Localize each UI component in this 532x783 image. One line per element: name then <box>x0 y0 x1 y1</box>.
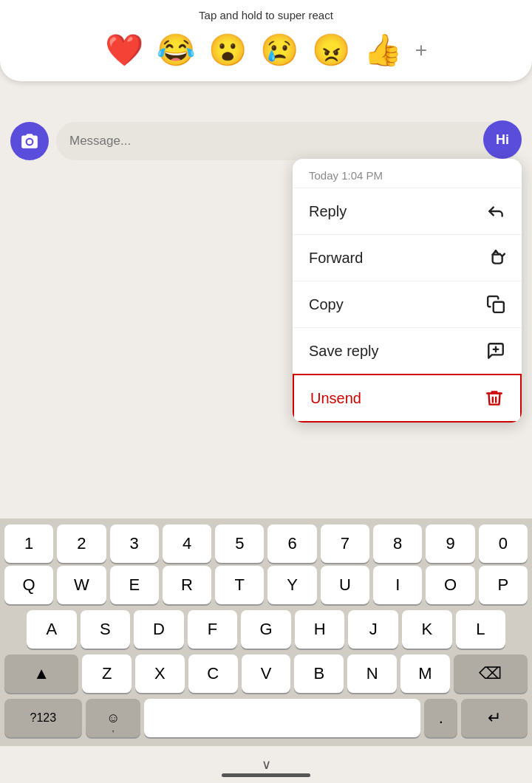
context-menu: Today 1:04 PM Reply Forward Copy Save re… <box>293 159 522 423</box>
shift-key[interactable]: ▲ <box>4 654 78 693</box>
key-e[interactable]: E <box>110 566 159 604</box>
number-row: 1 2 3 4 5 6 7 8 9 0 <box>0 519 532 566</box>
key-u[interactable]: U <box>321 566 369 604</box>
period-key[interactable]: . <box>424 699 457 737</box>
key-i[interactable]: I <box>373 566 422 604</box>
bottom-bar: ∨ <box>0 746 532 783</box>
key-y[interactable]: Y <box>267 566 316 604</box>
unsend-label: Unsend <box>310 390 361 407</box>
enter-key[interactable]: ↵ <box>461 699 528 737</box>
numbers-key[interactable]: ?123 <box>4 699 82 737</box>
emoji-heart[interactable]: ❤️ <box>105 32 143 68</box>
key-o[interactable]: O <box>426 566 474 604</box>
key-z[interactable]: Z <box>82 654 132 693</box>
camera-icon <box>20 131 39 151</box>
forward-icon <box>486 248 505 267</box>
key-2[interactable]: 2 <box>57 524 106 563</box>
key-8[interactable]: 8 <box>373 524 422 563</box>
context-menu-forward[interactable]: Forward <box>293 234 522 281</box>
key-0[interactable]: 0 <box>479 524 528 563</box>
emoji-row: ❤️ 😂 😮 😢 😠 👍 + <box>105 32 427 68</box>
space-key[interactable] <box>144 699 420 737</box>
q-row: Q W E R T Y U I O P <box>4 566 528 604</box>
context-timestamp: Today 1:04 PM <box>293 159 522 188</box>
copy-label: Copy <box>309 296 344 313</box>
emoji-key[interactable]: ☺ , <box>86 699 141 737</box>
context-menu-reply[interactable]: Reply <box>293 188 522 234</box>
key-5[interactable]: 5 <box>215 524 264 563</box>
key-f[interactable]: F <box>188 610 238 649</box>
backspace-key[interactable]: ⌫ <box>454 654 528 693</box>
key-n[interactable]: N <box>347 654 397 693</box>
more-reactions-button[interactable]: + <box>415 38 427 62</box>
reply-icon <box>486 202 505 221</box>
key-1[interactable]: 1 <box>4 524 53 563</box>
emoji-laugh[interactable]: 😂 <box>157 32 195 68</box>
key-4[interactable]: 4 <box>163 524 211 563</box>
home-indicator <box>222 773 310 777</box>
bottom-row: ?123 ☺ , . ↵ <box>0 693 532 746</box>
emoji-thumbsup[interactable]: 👍 <box>364 32 402 68</box>
key-k[interactable]: K <box>402 610 452 649</box>
a-row: A S D F G H J K L <box>4 610 528 649</box>
context-menu-copy[interactable]: Copy <box>293 281 522 327</box>
copy-icon <box>486 295 505 314</box>
key-c[interactable]: C <box>188 654 238 693</box>
z-row: ▲ Z X C V B N M ⌫ <box>4 654 528 693</box>
key-l[interactable]: L <box>456 610 506 649</box>
reply-label: Reply <box>309 203 347 220</box>
key-h[interactable]: H <box>295 610 345 649</box>
camera-button[interactable] <box>10 122 49 160</box>
emoji-surprised[interactable]: 😮 <box>208 32 247 68</box>
hi-label: Hi <box>496 132 509 148</box>
key-3[interactable]: 3 <box>110 524 159 563</box>
key-s[interactable]: S <box>81 610 131 649</box>
svg-rect-3 <box>494 302 504 312</box>
key-b[interactable]: B <box>294 654 344 693</box>
svg-point-0 <box>27 140 33 145</box>
key-q[interactable]: Q <box>4 566 53 604</box>
emoji-cry[interactable]: 😢 <box>260 32 299 68</box>
key-6[interactable]: 6 <box>267 524 316 563</box>
key-j[interactable]: J <box>348 610 398 649</box>
key-7[interactable]: 7 <box>321 524 369 563</box>
key-w[interactable]: W <box>57 566 106 604</box>
chevron-down-icon[interactable]: ∨ <box>262 756 271 773</box>
tap-hold-label: Tap and hold to super react <box>199 9 333 21</box>
forward-label: Forward <box>309 250 363 267</box>
trash-icon <box>485 389 504 408</box>
emoji-angry[interactable]: 😠 <box>312 32 350 68</box>
save-reply-label: Save reply <box>309 343 379 360</box>
key-v[interactable]: V <box>242 654 291 693</box>
key-p[interactable]: P <box>479 566 528 604</box>
key-d[interactable]: D <box>134 610 184 649</box>
key-m[interactable]: M <box>400 654 450 693</box>
key-t[interactable]: T <box>215 566 264 604</box>
hi-bubble: Hi <box>483 120 522 159</box>
message-input[interactable] <box>56 122 522 160</box>
key-g[interactable]: G <box>241 610 291 649</box>
key-r[interactable]: R <box>163 566 211 604</box>
context-menu-save-reply[interactable]: Save reply <box>293 327 522 374</box>
emoji-reaction-bar: Tap and hold to super react ❤️ 😂 😮 😢 😠 👍… <box>0 0 532 81</box>
key-x[interactable]: X <box>135 654 185 693</box>
keyboard: 1 2 3 4 5 6 7 8 9 0 Q W E R T Y U I O P … <box>0 519 532 746</box>
letter-rows: Q W E R T Y U I O P A S D F G H J K L ▲ … <box>0 566 532 693</box>
key-a[interactable]: A <box>27 610 77 649</box>
context-menu-unsend[interactable]: Unsend <box>293 374 522 423</box>
save-reply-icon <box>486 341 505 360</box>
key-9[interactable]: 9 <box>426 524 474 563</box>
